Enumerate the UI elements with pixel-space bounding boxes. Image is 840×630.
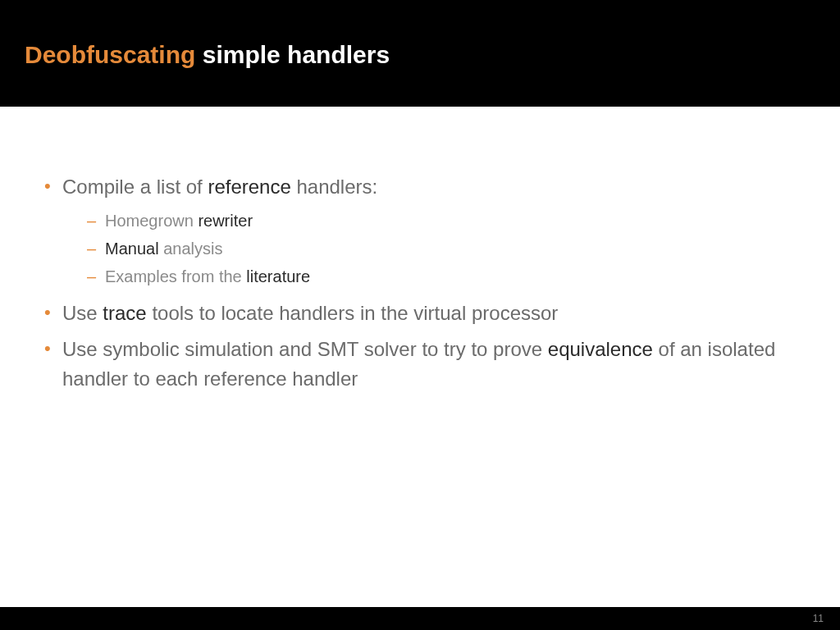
sub-item: Manual analysis [62,235,799,262]
page-number: 11 [813,613,824,624]
sub-emphasis: Manual [105,240,159,258]
bullet-item: Use symbolic simulation and SMT solver t… [41,335,799,394]
bullet-text: Compile a list of [62,176,208,198]
sub-text: analysis [159,240,223,258]
bullet-text: Use [62,302,103,324]
bullet-text: Use symbolic simulation and SMT solver t… [62,338,548,360]
sub-text: Examples from the [105,267,246,285]
bullet-emphasis: reference [208,176,290,198]
slide-title: Deobfuscating simple handlers [25,41,815,69]
sub-emphasis: literature [246,267,310,285]
bullet-text: tools to locate handlers in the virtual … [147,302,559,324]
sub-item: Examples from the literature [62,262,799,290]
sub-list: Homegrown rewriter Manual analysis Examp… [62,207,799,290]
bullet-text: handlers: [291,176,377,198]
bullet-item: Compile a list of reference handlers: Ho… [41,172,799,290]
bullet-emphasis: equivalence [548,338,653,360]
title-accent: Deobfuscating [25,41,195,68]
slide-content: Compile a list of reference handlers: Ho… [0,107,840,394]
slide-footer: 11 [0,607,840,630]
bullet-item: Use trace tools to locate handlers in th… [41,299,799,328]
bullet-list: Compile a list of reference handlers: Ho… [41,172,799,394]
title-rest: simple handlers [195,41,390,68]
sub-text: Homegrown [105,212,198,230]
bullet-emphasis: trace [103,302,146,324]
sub-item: Homegrown rewriter [62,207,799,235]
sub-emphasis: rewriter [198,212,253,230]
slide-header: Deobfuscating simple handlers [0,0,840,107]
